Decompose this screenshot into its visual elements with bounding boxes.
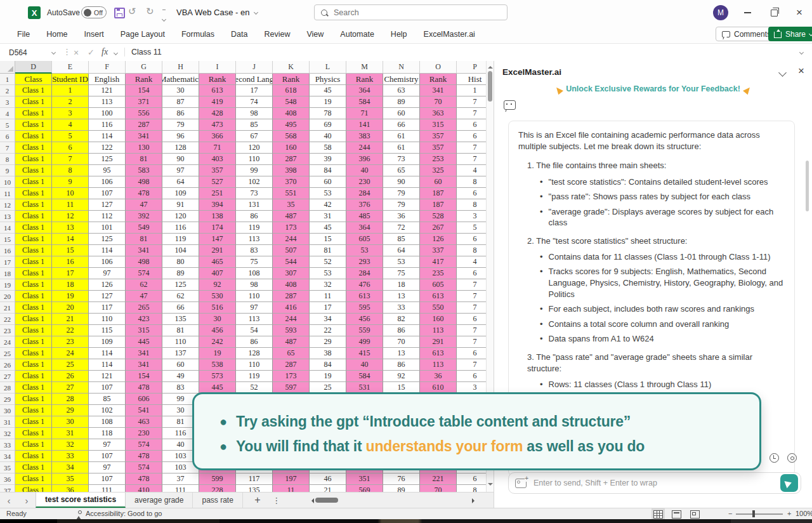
cell[interactable]: 463 — [126, 416, 162, 428]
cell[interactable]: 61 — [383, 131, 420, 142]
cell[interactable]: 6 — [457, 348, 486, 359]
cell[interactable]: 30 — [199, 314, 236, 325]
column-header-J[interactable]: J — [236, 61, 273, 74]
cell[interactable]: Rank — [273, 74, 310, 85]
cell[interactable]: 4 — [52, 119, 89, 131]
row-header[interactable]: 27 — [0, 371, 15, 382]
cell[interactable]: 30 — [162, 85, 199, 96]
cell[interactable]: 62 — [162, 291, 199, 302]
cell[interactable]: 419 — [199, 96, 236, 108]
cell[interactable]: 45 — [310, 222, 346, 234]
sheet-tab-test-score-statistics[interactable]: test score statistics — [36, 493, 126, 508]
cell[interactable]: 75 — [383, 268, 420, 279]
cell[interactable]: 605 — [346, 234, 383, 245]
insert-function-icon[interactable]: fx — [102, 47, 108, 57]
cell[interactable]: 28 — [52, 394, 89, 405]
cell[interactable]: 126 — [89, 279, 126, 291]
cell[interactable]: 4 — [457, 165, 486, 176]
sheet-options-kebab-icon[interactable]: ⋮ — [268, 493, 285, 508]
cell[interactable]: Class 1 — [15, 462, 52, 473]
cell[interactable]: 293 — [346, 256, 383, 268]
row-header[interactable]: 11 — [0, 188, 15, 199]
sheet-tab-pass-rate[interactable]: pass rate — [193, 493, 242, 508]
zoom-in-icon[interactable]: + — [787, 510, 791, 517]
cell[interactable]: 325 — [420, 165, 457, 176]
confirm-entry-icon[interactable]: ✓ — [88, 48, 95, 57]
cell[interactable]: 91 — [162, 199, 199, 211]
scroll-up-icon[interactable] — [488, 63, 493, 69]
cell[interactable]: 18 — [383, 279, 420, 291]
cell[interactable]: Class 1 — [15, 485, 52, 492]
column-header-E[interactable]: E — [52, 61, 89, 74]
cell[interactable]: 119 — [236, 371, 273, 382]
cell[interactable]: 19 — [310, 96, 346, 108]
cell[interactable]: 2 — [52, 96, 89, 108]
cell[interactable]: Class 1 — [15, 279, 52, 291]
cell[interactable]: 197 — [273, 473, 310, 485]
panel-scrollbar-thumb[interactable] — [806, 161, 809, 211]
sheet-tab-average-grade[interactable]: average grade — [126, 493, 193, 508]
cell[interactable]: 476 — [346, 279, 383, 291]
cell[interactable]: 74 — [236, 96, 273, 108]
cell[interactable]: 40 — [346, 165, 383, 176]
cell[interactable]: 364 — [346, 222, 383, 234]
cell[interactable]: 119 — [236, 222, 273, 234]
cell[interactable]: 13 — [52, 222, 89, 234]
cell[interactable]: 64 — [162, 176, 199, 188]
cell[interactable]: 125 — [89, 154, 126, 165]
cell[interactable]: 32 — [310, 279, 346, 291]
cell[interactable]: 613 — [420, 291, 457, 302]
cell[interactable]: 7 — [457, 108, 486, 119]
select-all-corner[interactable] — [0, 61, 15, 74]
cell[interactable]: 11 — [310, 291, 346, 302]
cell[interactable]: 53 — [310, 268, 346, 279]
normal-view-icon[interactable] — [653, 510, 663, 519]
cell[interactable]: 49 — [162, 371, 199, 382]
cell[interactable]: 265 — [126, 302, 162, 314]
row-header[interactable]: 13 — [0, 211, 15, 222]
cell[interactable]: 106 — [89, 256, 126, 268]
cell[interactable]: Class 1 — [15, 359, 52, 371]
cell[interactable]: Class 1 — [15, 154, 52, 165]
cell[interactable]: 138 — [199, 211, 236, 222]
cell[interactable]: 605 — [420, 279, 457, 291]
page-layout-view-icon[interactable] — [672, 510, 681, 519]
row-header[interactable]: 30 — [0, 405, 15, 416]
cell[interactable]: 84 — [310, 359, 346, 371]
zoom-slider-track[interactable] — [736, 513, 783, 515]
cell[interactable]: 351 — [346, 473, 383, 485]
row-header[interactable]: 2 — [0, 85, 15, 96]
search-input[interactable] — [332, 8, 481, 18]
cell[interactable]: 117 — [89, 302, 126, 314]
cell[interactable]: Class 1 — [15, 473, 52, 485]
cell[interactable]: 98 — [236, 279, 273, 291]
cell[interactable]: 116 — [89, 119, 126, 131]
cell[interactable]: 487 — [273, 336, 310, 348]
cell[interactable]: 81 — [162, 325, 199, 336]
tab-automate[interactable]: Automate — [332, 30, 383, 39]
cell[interactable]: 36 — [383, 211, 420, 222]
cell[interactable]: 396 — [346, 154, 383, 165]
cell[interactable]: 550 — [420, 302, 457, 314]
cell[interactable]: 141 — [346, 119, 383, 131]
cell[interactable]: 34 — [310, 314, 346, 325]
cell[interactable]: 613 — [346, 291, 383, 302]
horizontal-scrollbar-thumb[interactable] — [315, 498, 338, 503]
vertical-scrollbar-thumb[interactable] — [488, 71, 492, 102]
row-header[interactable]: 24 — [0, 336, 15, 348]
zoom-slider-thumb[interactable] — [752, 510, 755, 517]
cell[interactable]: 574 — [126, 268, 162, 279]
cell[interactable]: 135 — [236, 485, 273, 492]
row-header[interactable]: 28 — [0, 382, 15, 394]
cell[interactable]: Rank — [126, 74, 162, 85]
cell[interactable]: Class 1 — [15, 405, 52, 416]
row-header[interactable]: 21 — [0, 302, 15, 314]
cell[interactable]: Class 1 — [15, 394, 52, 405]
zoom-out-icon[interactable]: − — [728, 510, 732, 517]
cell[interactable]: 541 — [126, 405, 162, 416]
column-header-M[interactable]: M — [346, 61, 383, 74]
row-header[interactable]: 32 — [0, 428, 15, 439]
row-header[interactable]: 10 — [0, 176, 15, 188]
cell[interactable]: 39 — [310, 154, 346, 165]
quick-access-customize-icon[interactable] — [162, 10, 166, 23]
